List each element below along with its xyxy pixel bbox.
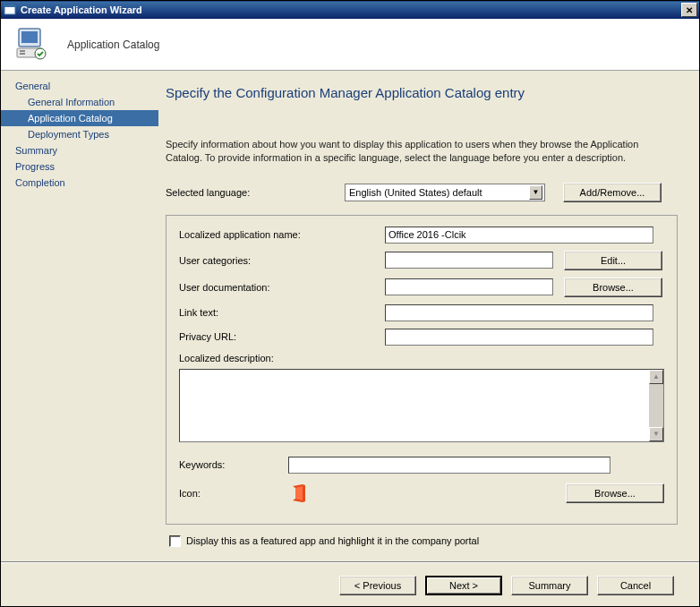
button-bar: < Previous Next > Summary Cancel	[339, 576, 674, 595]
featured-app-label: Display this as a featured app and highl…	[186, 535, 479, 546]
link-text-label: Link text:	[179, 307, 385, 318]
selected-language-value: English (United States) default	[349, 187, 482, 198]
app-name-label: Localized application name:	[179, 229, 385, 240]
sidebar-item-deployment-types[interactable]: Deployment Types	[1, 126, 158, 142]
sidebar-item-general-information[interactable]: General Information	[1, 94, 158, 110]
sidebar: General General Information Application …	[1, 71, 158, 545]
sidebar-item-completion[interactable]: Completion	[1, 175, 158, 191]
page-title: Specify the Configuration Manager Applic…	[166, 85, 678, 100]
scrollbar[interactable]: ▲ ▼	[649, 370, 663, 441]
localized-description-label: Localized description:	[179, 353, 274, 363]
keywords-label: Keywords:	[179, 459, 286, 470]
keywords-input[interactable]	[288, 457, 610, 474]
svg-rect-1	[4, 5, 15, 7]
user-categories-input[interactable]	[385, 252, 553, 269]
svg-rect-3	[21, 31, 38, 43]
scroll-down-icon[interactable]: ▼	[649, 427, 663, 441]
window-title: Create Application Wizard	[21, 4, 681, 15]
selected-language-label: Selected language:	[166, 187, 345, 198]
sidebar-item-application-catalog[interactable]: Application Catalog	[1, 110, 158, 126]
icon-label: Icon:	[179, 488, 288, 499]
user-categories-label: User categories:	[179, 255, 385, 266]
scroll-up-icon[interactable]: ▲	[649, 370, 663, 384]
instruction-text: Specify information about how you want t…	[166, 138, 678, 165]
banner: Application Catalog	[1, 19, 699, 71]
sidebar-item-general[interactable]: General	[1, 78, 158, 94]
next-button[interactable]: Next >	[425, 576, 502, 595]
sidebar-item-summary[interactable]: Summary	[1, 142, 158, 158]
user-documentation-label: User documentation:	[179, 282, 385, 293]
svg-rect-5	[20, 50, 25, 52]
divider	[1, 561, 699, 563]
privacy-url-input[interactable]	[385, 329, 653, 346]
banner-title: Application Catalog	[67, 38, 159, 51]
browse-icon-button[interactable]: Browse...	[566, 483, 664, 503]
chevron-down-icon: ▼	[529, 185, 542, 200]
sidebar-item-progress[interactable]: Progress	[1, 158, 158, 175]
add-remove-button[interactable]: Add/Remove...	[563, 183, 662, 202]
browse-documentation-button[interactable]: Browse...	[564, 278, 662, 297]
privacy-url-label: Privacy URL:	[179, 331, 385, 342]
cancel-button[interactable]: Cancel	[597, 576, 674, 595]
previous-button[interactable]: < Previous	[339, 576, 416, 595]
summary-button[interactable]: Summary	[511, 576, 588, 595]
link-text-input[interactable]	[385, 304, 653, 321]
featured-app-checkbox[interactable]	[169, 535, 181, 547]
app-icon	[3, 3, 17, 17]
main-panel: Specify the Configuration Manager Applic…	[158, 71, 699, 545]
titlebar: Create Application Wizard ✕	[1, 1, 699, 19]
edit-button[interactable]: Edit...	[564, 251, 662, 270]
localized-description-textarea[interactable]	[180, 370, 649, 441]
user-documentation-input[interactable]	[385, 278, 553, 295]
svg-rect-6	[20, 53, 25, 55]
app-name-input[interactable]	[385, 227, 653, 244]
office-icon	[288, 483, 310, 504]
fieldgroup: Localized application name: User categor…	[166, 215, 678, 525]
close-button[interactable]: ✕	[681, 3, 697, 17]
computer-icon	[13, 25, 51, 64]
selected-language-dropdown[interactable]: English (United States) default ▼	[345, 184, 545, 201]
